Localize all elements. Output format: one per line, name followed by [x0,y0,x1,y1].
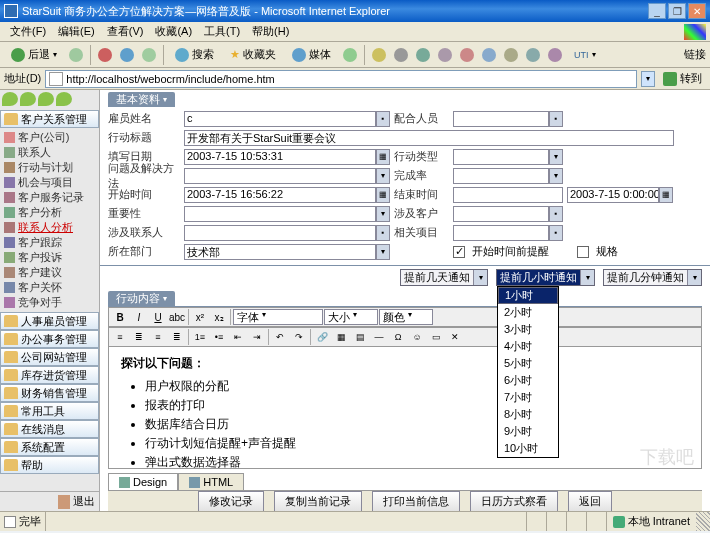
window-close-button[interactable]: ✕ [688,3,706,19]
align-justify-button[interactable]: ≣ [168,329,186,345]
resize-grip[interactable] [696,512,710,531]
italic-button[interactable]: I [130,309,148,325]
underline-button[interactable]: U [149,309,167,325]
extra-button-2[interactable] [479,45,499,65]
tree-opportunity[interactable]: 机会与项目 [4,175,99,190]
tree-competitor[interactable]: 竞争对手 [4,295,99,310]
strike-button[interactable]: abc [168,309,186,325]
table-button[interactable]: ▤ [351,329,369,345]
tree-suggestion[interactable]: 客户建议 [4,265,99,280]
go-button[interactable]: 转到 [659,71,706,86]
media-button[interactable]: 媒体 [285,45,338,65]
hour-option[interactable]: 10小时 [498,440,558,457]
tab-basic-info[interactable]: 基本资料▾ [108,92,175,107]
dropdown-icon[interactable]: ▾ [376,244,390,260]
menu-tools[interactable]: 工具(T) [198,22,246,41]
dropdown-icon[interactable]: ▾ [549,168,563,184]
modify-record-button[interactable]: 修改记录 [198,491,264,511]
hour-option[interactable]: 5小时 [498,355,558,372]
copy-record-button[interactable]: 复制当前记录 [274,491,362,511]
lookup-icon[interactable]: ▪ [376,111,390,127]
mail-button[interactable] [369,45,389,65]
sidebar-group-tools[interactable]: 常用工具 [0,402,99,420]
back-button[interactable]: 后退▾ [4,45,64,65]
hour-option[interactable]: 6小时 [498,372,558,389]
sidebar-group-finance[interactable]: 财务销售管理 [0,384,99,402]
tab-action-content[interactable]: 行动内容▾ [108,291,175,306]
align-right-button[interactable]: ≡ [149,329,167,345]
align-center-button[interactable]: ≣ [130,329,148,345]
forward-button[interactable] [66,45,86,65]
calendar-view-button[interactable]: 日历方式察看 [470,491,558,511]
discuss-button[interactable] [435,45,455,65]
extra-button-3[interactable] [501,45,521,65]
design-tab[interactable]: Design [108,473,178,490]
sidebar-group-messages[interactable]: 在线消息 [0,420,99,438]
size-select[interactable]: 大小▾ [324,309,378,325]
sidebar-group-crm[interactable]: 客户关系管理 [0,110,99,128]
color-select[interactable]: 颜色▾ [379,309,433,325]
field-write-date[interactable]: 2003-7-15 10:53:31▦ [184,149,390,165]
sidebar-group-help[interactable]: 帮助 [0,456,99,474]
dropdown-icon[interactable]: ▾ [376,206,390,222]
favorites-button[interactable]: ★收藏夹 [223,45,283,65]
tree-customer-analysis[interactable]: 客户分析 [4,205,99,220]
print-record-button[interactable]: 打印当前信息 [372,491,460,511]
extra-button-1[interactable] [457,45,477,65]
edit-button[interactable] [413,45,433,65]
tree-action-plan[interactable]: 行动与计划 [4,160,99,175]
hour-option[interactable]: 8小时 [498,406,558,423]
field-partner[interactable]: ▪ [453,111,563,127]
stop-button[interactable] [95,45,115,65]
tree-customer-company[interactable]: 客户(公司) [4,130,99,145]
select-days-ahead[interactable]: 提前几天通知▾ [400,269,488,286]
history-button[interactable] [340,45,360,65]
hour-option[interactable]: 3小时 [498,321,558,338]
sidebar-group-hr[interactable]: 人事雇员管理 [0,312,99,330]
sidebar-exit[interactable]: 退出 [0,491,99,511]
dropdown-icon[interactable]: ▾ [376,168,390,184]
field-related-contact[interactable]: ▪ [184,225,390,241]
align-left-button[interactable]: ≡ [111,329,129,345]
lookup-icon[interactable]: ▪ [549,206,563,222]
select-hours-ahead[interactable]: 提前几小时通知▾ 1小时 2小时 3小时 4小时 5小时 6小时 7小时 8小时… [496,269,595,286]
menu-favorites[interactable]: 收藏(A) [149,22,198,41]
tree-service-record[interactable]: 客户服务记录 [4,190,99,205]
hour-option[interactable]: 2小时 [498,304,558,321]
field-problem[interactable]: ▾ [184,168,390,184]
lookup-icon[interactable]: ▪ [549,225,563,241]
menu-help[interactable]: 帮助(H) [246,22,295,41]
window-maximize-button[interactable]: ❐ [668,3,686,19]
smiley-button[interactable]: ☺ [408,329,426,345]
field-related-project[interactable]: ▪ [453,225,563,241]
sidebar-group-office[interactable]: 办公事务管理 [0,330,99,348]
undo-button[interactable]: ↶ [271,329,289,345]
hour-option[interactable]: 4小时 [498,338,558,355]
date-button[interactable]: ▭ [427,329,445,345]
window-minimize-button[interactable]: _ [648,3,666,19]
search-button[interactable]: 搜索 [168,45,221,65]
tree-contact-analysis[interactable]: 联系人分析 [4,220,99,235]
address-dropdown[interactable]: ▾ [641,71,655,87]
select-minutes-ahead[interactable]: 提前几分钟通知▾ [603,269,702,286]
subscript-button[interactable]: x₂ [210,309,228,325]
tree-contact[interactable]: 联系人 [4,145,99,160]
sidebar-group-website[interactable]: 公司网站管理 [0,348,99,366]
menu-edit[interactable]: 编辑(E) [52,22,101,41]
back-button[interactable]: 返回 [568,491,612,511]
clear-button[interactable]: ✕ [446,329,464,345]
calendar-icon[interactable]: ▦ [376,149,390,165]
field-importance[interactable]: ▾ [184,206,390,222]
hour-option[interactable]: 9小时 [498,423,558,440]
indent-button[interactable]: ⇥ [248,329,266,345]
tree-complaint[interactable]: 客户投诉 [4,250,99,265]
field-start-time[interactable]: 2003-7-15 16:56:22▦ [184,187,390,203]
field-related-customer[interactable]: ▪ [453,206,563,222]
encoding-button[interactable]: UTI▾ [567,45,603,65]
unordered-list-button[interactable]: •≡ [210,329,228,345]
hour-option[interactable]: 1小时 [498,287,558,304]
checkbox-spec[interactable] [577,246,589,258]
tree-customer-track[interactable]: 客户跟踪 [4,235,99,250]
superscript-button[interactable]: x² [191,309,209,325]
field-completion-rate[interactable]: ▾ [453,168,563,184]
